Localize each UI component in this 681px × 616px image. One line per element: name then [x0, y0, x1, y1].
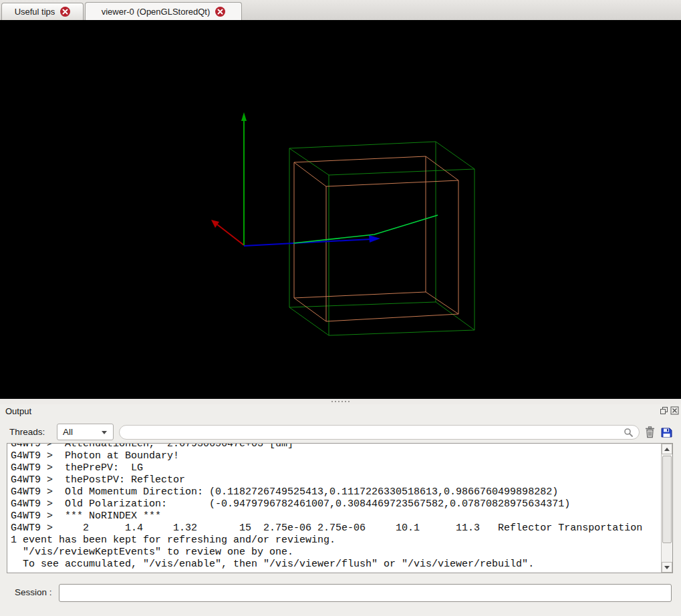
session-label: Session : — [15, 587, 52, 597]
console-line: G4WT9 > thePrePV: LG — [11, 462, 660, 474]
save-icon — [661, 427, 672, 438]
x-axis-arrowhead — [211, 220, 219, 228]
chevron-down-icon — [102, 431, 107, 434]
outer-green-box — [436, 302, 474, 330]
inner-orange-box — [326, 180, 458, 186]
close-icon[interactable] — [670, 406, 679, 415]
y-axis-arrowhead — [241, 112, 247, 121]
output-dock-panel: Output Threads: All — [0, 404, 681, 616]
tab-useful-tips[interactable]: Useful tips — [1, 3, 84, 20]
dock-window-icons — [660, 406, 679, 415]
scroll-down-button[interactable] — [662, 562, 672, 573]
outer-green-box — [289, 307, 329, 335]
console-line: G4WT9 > *** NoRINDEX *** — [11, 510, 660, 522]
console-line: G4WT9 > AttenuationLen, 2.6793065647e+03… — [11, 443, 660, 450]
console-scrollbar[interactable] — [661, 444, 672, 573]
inner-orange-box — [294, 298, 326, 321]
console-line: G4WT9 > Old Polarization: (-0.9479796782… — [11, 498, 660, 510]
scroll-up-button[interactable] — [662, 444, 672, 454]
z-axis-arrowhead — [369, 235, 380, 243]
x-axis — [217, 224, 244, 245]
search-field — [119, 425, 640, 440]
close-x-icon — [62, 9, 68, 15]
tab-viewer-0-label: viewer-0 (OpenGLStoredQt) — [102, 7, 211, 17]
console-line: To see accumulated, "/vis/enable", then … — [11, 559, 660, 571]
trash-icon — [645, 426, 655, 438]
console-output[interactable]: G4WT9 > AttenuationLen, 2.6793065647e+03… — [7, 443, 673, 573]
close-x-icon — [217, 9, 223, 15]
scrollbar-thumb[interactable] — [662, 456, 672, 543]
console-line: G4WT9 > 2 1.4 1.32 15 2.75e-06 2.75e-06 … — [11, 522, 660, 534]
inner-orange-box — [294, 292, 426, 298]
outer-green-box — [289, 142, 436, 148]
search-input[interactable] — [126, 426, 621, 438]
opengl-viewport[interactable] — [0, 20, 681, 399]
opengl-viewport-canvas — [0, 20, 681, 399]
console-line: "/vis/reviewKeptEvents" to review one by… — [11, 547, 660, 559]
inner-orange-box — [326, 314, 458, 321]
tab-viewer-0[interactable]: viewer-0 (OpenGLStoredQt) — [85, 2, 242, 20]
tab-close-icon[interactable] — [60, 7, 70, 17]
inner-orange-box — [294, 156, 426, 162]
inner-orange-box — [294, 162, 326, 186]
inner-orange-box — [426, 156, 458, 180]
console-line: G4WT9 > Old Momentum Direction: (0.11827… — [11, 486, 660, 498]
z-axis — [244, 239, 371, 246]
splitter-handle[interactable] — [0, 399, 681, 404]
threads-label: Threads: — [9, 427, 45, 437]
clear-output-button[interactable] — [643, 425, 656, 440]
console-text: G4WT9 > AttenuationLen, 2.6793065647e+03… — [11, 444, 660, 571]
inner-orange-box — [426, 292, 458, 314]
console-line: G4WT9 > Photon at Boundary! — [11, 450, 660, 462]
outer-green-box — [289, 302, 436, 307]
console-line: 1 event has been kept for refreshing and… — [11, 534, 660, 547]
save-output-button[interactable] — [660, 425, 673, 440]
float-icon[interactable] — [660, 406, 668, 415]
panel-title: Output — [5, 406, 31, 416]
threads-dropdown[interactable]: All — [57, 424, 114, 440]
threads-dropdown-value: All — [63, 427, 73, 437]
outer-green-box — [329, 169, 474, 175]
search-icon[interactable] — [624, 428, 634, 440]
tab-bar: Useful tips viewer-0 (OpenGLStoredQt) — [0, 0, 681, 20]
outer-green-box — [436, 142, 474, 169]
triangle-down-icon — [664, 566, 670, 569]
tab-close-icon[interactable] — [215, 7, 225, 17]
console-line: G4WT9 > thePostPV: Reflector — [11, 474, 660, 486]
tab-useful-tips-label: Useful tips — [15, 7, 55, 17]
outer-green-box — [329, 330, 474, 335]
triangle-up-icon — [664, 448, 670, 451]
session-input[interactable] — [59, 584, 672, 602]
